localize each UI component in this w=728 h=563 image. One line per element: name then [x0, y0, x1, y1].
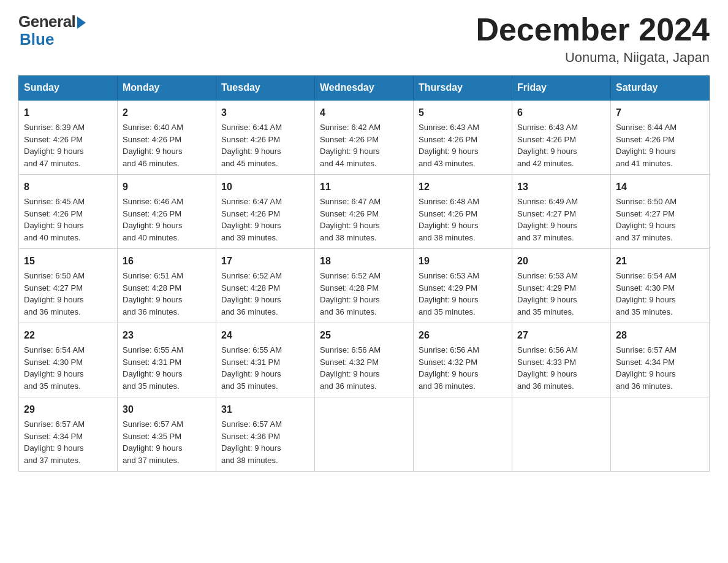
calendar-table: SundayMondayTuesdayWednesdayThursdayFrid…: [18, 75, 710, 472]
weekday-header-row: SundayMondayTuesdayWednesdayThursdayFrid…: [19, 76, 710, 101]
calendar-cell: 19Sunrise: 6:53 AMSunset: 4:29 PMDayligh…: [414, 249, 512, 323]
calendar-cell: 9Sunrise: 6:46 AMSunset: 4:26 PMDaylight…: [118, 175, 216, 249]
weekday-header-wednesday: Wednesday: [315, 76, 414, 101]
day-number: 29: [24, 402, 112, 417]
logo-blue-text: Blue: [18, 30, 54, 49]
calendar-cell: [611, 397, 710, 472]
calendar-cell: [315, 397, 414, 472]
calendar-week-row: 22Sunrise: 6:54 AMSunset: 4:30 PMDayligh…: [19, 323, 710, 397]
calendar-week-row: 1Sunrise: 6:39 AMSunset: 4:26 PMDaylight…: [19, 100, 710, 175]
day-number: 12: [419, 180, 507, 194]
calendar-cell: 15Sunrise: 6:50 AMSunset: 4:27 PMDayligh…: [19, 249, 118, 323]
calendar-cell: 5Sunrise: 6:43 AMSunset: 4:26 PMDaylight…: [414, 100, 512, 175]
weekday-header-saturday: Saturday: [611, 76, 710, 101]
day-number: 26: [419, 328, 507, 343]
calendar-cell: 30Sunrise: 6:57 AMSunset: 4:35 PMDayligh…: [118, 397, 216, 472]
location-title: Uonuma, Niigata, Japan: [476, 50, 710, 66]
day-number: 2: [123, 105, 211, 120]
calendar-cell: 12Sunrise: 6:48 AMSunset: 4:26 PMDayligh…: [414, 175, 512, 249]
calendar-cell: 29Sunrise: 6:57 AMSunset: 4:34 PMDayligh…: [19, 397, 118, 472]
day-number: 14: [616, 180, 704, 194]
calendar-header: SundayMondayTuesdayWednesdayThursdayFrid…: [19, 76, 710, 101]
month-title: December 2024: [476, 12, 710, 47]
day-number: 13: [517, 180, 605, 194]
calendar-cell: 26Sunrise: 6:56 AMSunset: 4:32 PMDayligh…: [414, 323, 512, 397]
calendar-cell: 14Sunrise: 6:50 AMSunset: 4:27 PMDayligh…: [611, 175, 710, 249]
calendar-cell: 21Sunrise: 6:54 AMSunset: 4:30 PMDayligh…: [611, 249, 710, 323]
day-number: 21: [616, 254, 704, 269]
calendar-cell: 8Sunrise: 6:45 AMSunset: 4:26 PMDaylight…: [19, 175, 118, 249]
page-header: General Blue December 2024 Uonuma, Niiga…: [18, 12, 710, 66]
calendar-cell: 2Sunrise: 6:40 AMSunset: 4:26 PMDaylight…: [118, 100, 216, 175]
calendar-cell: 20Sunrise: 6:53 AMSunset: 4:29 PMDayligh…: [512, 249, 611, 323]
calendar-cell: 10Sunrise: 6:47 AMSunset: 4:26 PMDayligh…: [216, 175, 315, 249]
calendar-cell: 7Sunrise: 6:44 AMSunset: 4:26 PMDaylight…: [611, 100, 710, 175]
calendar-cell: [414, 397, 512, 472]
calendar-cell: 3Sunrise: 6:41 AMSunset: 4:26 PMDaylight…: [216, 100, 315, 175]
day-number: 6: [517, 105, 605, 120]
day-number: 5: [419, 105, 507, 120]
calendar-cell: 28Sunrise: 6:57 AMSunset: 4:34 PMDayligh…: [611, 323, 710, 397]
day-number: 17: [221, 254, 309, 269]
day-number: 27: [517, 328, 605, 343]
calendar-cell: 13Sunrise: 6:49 AMSunset: 4:27 PMDayligh…: [512, 175, 611, 249]
day-number: 11: [320, 180, 408, 194]
day-number: 1: [24, 105, 112, 120]
day-number: 3: [221, 105, 309, 120]
day-number: 28: [616, 328, 704, 343]
calendar-body: 1Sunrise: 6:39 AMSunset: 4:26 PMDaylight…: [19, 100, 710, 472]
calendar-cell: 22Sunrise: 6:54 AMSunset: 4:30 PMDayligh…: [19, 323, 118, 397]
calendar-week-row: 8Sunrise: 6:45 AMSunset: 4:26 PMDaylight…: [19, 175, 710, 249]
calendar-cell: 23Sunrise: 6:55 AMSunset: 4:31 PMDayligh…: [118, 323, 216, 397]
weekday-header-monday: Monday: [118, 76, 216, 101]
day-number: 4: [320, 105, 408, 120]
calendar-cell: 24Sunrise: 6:55 AMSunset: 4:31 PMDayligh…: [216, 323, 315, 397]
calendar-cell: 16Sunrise: 6:51 AMSunset: 4:28 PMDayligh…: [118, 249, 216, 323]
calendar-cell: 17Sunrise: 6:52 AMSunset: 4:28 PMDayligh…: [216, 249, 315, 323]
calendar-cell: 11Sunrise: 6:47 AMSunset: 4:26 PMDayligh…: [315, 175, 414, 249]
calendar-week-row: 29Sunrise: 6:57 AMSunset: 4:34 PMDayligh…: [19, 397, 710, 472]
calendar-cell: 1Sunrise: 6:39 AMSunset: 4:26 PMDaylight…: [19, 100, 118, 175]
day-number: 19: [419, 254, 507, 269]
calendar-cell: 6Sunrise: 6:43 AMSunset: 4:26 PMDaylight…: [512, 100, 611, 175]
logo-general-text: General: [18, 12, 75, 31]
weekday-header-tuesday: Tuesday: [216, 76, 315, 101]
day-number: 18: [320, 254, 408, 269]
weekday-header-sunday: Sunday: [19, 76, 118, 101]
weekday-header-friday: Friday: [512, 76, 611, 101]
day-number: 16: [123, 254, 211, 269]
day-number: 22: [24, 328, 112, 343]
day-number: 9: [123, 180, 211, 194]
day-number: 8: [24, 180, 112, 194]
day-number: 24: [221, 328, 309, 343]
calendar-cell: 31Sunrise: 6:57 AMSunset: 4:36 PMDayligh…: [216, 397, 315, 472]
day-number: 23: [123, 328, 211, 343]
day-number: 10: [221, 180, 309, 194]
day-number: 15: [24, 254, 112, 269]
calendar-cell: 27Sunrise: 6:56 AMSunset: 4:33 PMDayligh…: [512, 323, 611, 397]
title-block: December 2024 Uonuma, Niigata, Japan: [476, 12, 710, 66]
day-number: 25: [320, 328, 408, 343]
weekday-header-thursday: Thursday: [414, 76, 512, 101]
calendar-cell: 4Sunrise: 6:42 AMSunset: 4:26 PMDaylight…: [315, 100, 414, 175]
logo: General Blue: [18, 12, 86, 49]
calendar-week-row: 15Sunrise: 6:50 AMSunset: 4:27 PMDayligh…: [19, 249, 710, 323]
day-number: 30: [123, 402, 211, 417]
logo-arrow-icon: [77, 17, 86, 29]
calendar-cell: [512, 397, 611, 472]
day-number: 7: [616, 105, 704, 120]
day-number: 31: [221, 402, 309, 417]
calendar-cell: 18Sunrise: 6:52 AMSunset: 4:28 PMDayligh…: [315, 249, 414, 323]
day-number: 20: [517, 254, 605, 269]
calendar-cell: 25Sunrise: 6:56 AMSunset: 4:32 PMDayligh…: [315, 323, 414, 397]
